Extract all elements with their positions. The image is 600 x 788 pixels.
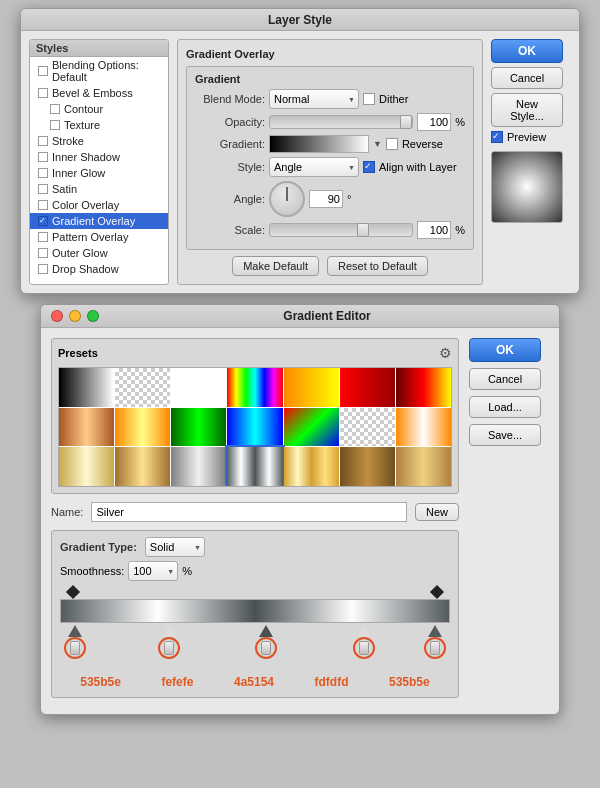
sidebar-item-gradient-overlay[interactable]: Gradient Overlay <box>30 213 168 229</box>
contour-checkbox[interactable] <box>50 104 60 114</box>
align-with-layer-checkbox[interactable] <box>363 161 375 173</box>
swatch-3[interactable] <box>171 368 226 407</box>
ge-ok-button[interactable]: OK <box>469 338 541 362</box>
smoothness-select-wrap[interactable]: 100 <box>128 561 178 581</box>
swatch-13[interactable] <box>340 408 395 447</box>
presets-swatches[interactable] <box>58 367 452 487</box>
texture-checkbox[interactable] <box>50 120 60 130</box>
swatch-8[interactable] <box>59 408 114 447</box>
swatch-15[interactable] <box>59 447 114 486</box>
cancel-button[interactable]: Cancel <box>491 67 563 89</box>
smoothness-row: Smoothness: 100 % <box>60 561 450 581</box>
name-input[interactable] <box>91 502 407 522</box>
swatch-7[interactable] <box>396 368 451 407</box>
color-stop-2[interactable] <box>158 625 180 659</box>
gradient-main-bar[interactable] <box>60 599 450 623</box>
new-button[interactable]: New <box>415 503 459 521</box>
ge-cancel-button[interactable]: Cancel <box>469 368 541 390</box>
gradient-picker[interactable]: ▼ <box>269 135 382 153</box>
swatch-11[interactable] <box>227 408 282 447</box>
inner-shadow-checkbox[interactable] <box>38 152 48 162</box>
swatch-10[interactable] <box>171 408 226 447</box>
swatch-16[interactable] <box>115 447 170 486</box>
scale-input[interactable] <box>417 221 451 239</box>
ge-save-button[interactable]: Save... <box>469 424 541 446</box>
smoothness-select[interactable]: 100 <box>128 561 178 581</box>
sidebar-item-satin[interactable]: Satin <box>30 181 168 197</box>
minimize-button[interactable] <box>69 310 81 322</box>
sidebar-item-outer-glow[interactable]: Outer Glow <box>30 245 168 261</box>
blend-mode-select-wrap[interactable]: Normal <box>269 89 359 109</box>
bevel-checkbox[interactable] <box>38 88 48 98</box>
swatch-9[interactable] <box>115 408 170 447</box>
close-button[interactable] <box>51 310 63 322</box>
outer-glow-checkbox[interactable] <box>38 248 48 258</box>
new-style-button[interactable]: New Style... <box>491 93 563 127</box>
color-overlay-checkbox[interactable] <box>38 200 48 210</box>
preview-checkbox[interactable] <box>491 131 503 143</box>
color-stop-1[interactable] <box>64 625 86 659</box>
reset-to-default-button[interactable]: Reset to Default <box>327 256 428 276</box>
swatch-19[interactable] <box>284 447 339 486</box>
sidebar-item-inner-glow[interactable]: Inner Glow <box>30 165 168 181</box>
stop-circle-1[interactable] <box>64 637 86 659</box>
gradient-overlay-checkbox[interactable] <box>38 216 48 226</box>
swatch-21[interactable] <box>396 447 451 486</box>
pattern-overlay-checkbox[interactable] <box>38 232 48 242</box>
swatch-1[interactable] <box>59 368 114 407</box>
maximize-button[interactable] <box>87 310 99 322</box>
reverse-checkbox[interactable] <box>386 138 398 150</box>
gradient-type-select-wrap[interactable]: Solid <box>145 537 205 557</box>
gradient-arrow[interactable]: ▼ <box>373 139 382 149</box>
gradient-preview-bar[interactable] <box>269 135 369 153</box>
swatch-4[interactable] <box>227 368 282 407</box>
ok-button[interactable]: OK <box>491 39 563 63</box>
sidebar-item-bevel[interactable]: Bevel & Emboss <box>30 85 168 101</box>
stop-circle-2[interactable] <box>158 637 180 659</box>
angle-knob[interactable] <box>269 181 305 217</box>
color-stop-4[interactable] <box>353 625 375 659</box>
opacity-stop-left[interactable] <box>66 585 80 599</box>
drop-shadow-checkbox[interactable] <box>38 264 48 274</box>
make-default-button[interactable]: Make Default <box>232 256 319 276</box>
ge-load-button[interactable]: Load... <box>469 396 541 418</box>
presets-gear-icon[interactable]: ⚙ <box>439 345 452 361</box>
blending-label: Blending Options: Default <box>52 59 160 83</box>
sidebar-item-texture[interactable]: Texture <box>30 117 168 133</box>
style-select[interactable]: Angle <box>269 157 359 177</box>
swatch-2[interactable] <box>115 368 170 407</box>
swatch-14[interactable] <box>396 408 451 447</box>
opacity-input[interactable] <box>417 113 451 131</box>
swatch-17[interactable] <box>171 447 226 486</box>
swatch-18[interactable] <box>227 447 282 486</box>
dither-checkbox[interactable] <box>363 93 375 105</box>
sidebar-item-blending[interactable]: Blending Options: Default <box>30 57 168 85</box>
satin-checkbox[interactable] <box>38 184 48 194</box>
scale-slider[interactable] <box>269 223 413 237</box>
swatch-6[interactable] <box>340 368 395 407</box>
opacity-slider[interactable] <box>269 115 413 129</box>
sidebar-item-pattern-overlay[interactable]: Pattern Overlay <box>30 229 168 245</box>
blending-checkbox[interactable] <box>38 66 48 76</box>
sidebar-item-stroke[interactable]: Stroke <box>30 133 168 149</box>
inner-glow-checkbox[interactable] <box>38 168 48 178</box>
color-stop-3[interactable] <box>255 625 277 659</box>
style-select-wrap[interactable]: Angle <box>269 157 359 177</box>
stop-circle-3[interactable] <box>255 637 277 659</box>
sidebar-item-inner-shadow[interactable]: Inner Shadow <box>30 149 168 165</box>
swatch-12[interactable] <box>284 408 339 447</box>
sidebar-item-contour[interactable]: Contour <box>30 101 168 117</box>
stroke-checkbox[interactable] <box>38 136 48 146</box>
sidebar-item-color-overlay[interactable]: Color Overlay <box>30 197 168 213</box>
opacity-stop-right[interactable] <box>430 585 444 599</box>
sidebar-item-drop-shadow[interactable]: Drop Shadow <box>30 261 168 277</box>
angle-input[interactable] <box>309 190 343 208</box>
stop-circle-5[interactable] <box>424 637 446 659</box>
blend-mode-select[interactable]: Normal <box>269 89 359 109</box>
color-stop-5[interactable] <box>424 625 446 659</box>
swatch-5[interactable] <box>284 368 339 407</box>
gradient-type-select[interactable]: Solid <box>145 537 205 557</box>
swatch-20[interactable] <box>340 447 395 486</box>
stop-circle-4[interactable] <box>353 637 375 659</box>
ls-right-panel: OK Cancel New Style... Preview <box>491 39 571 285</box>
